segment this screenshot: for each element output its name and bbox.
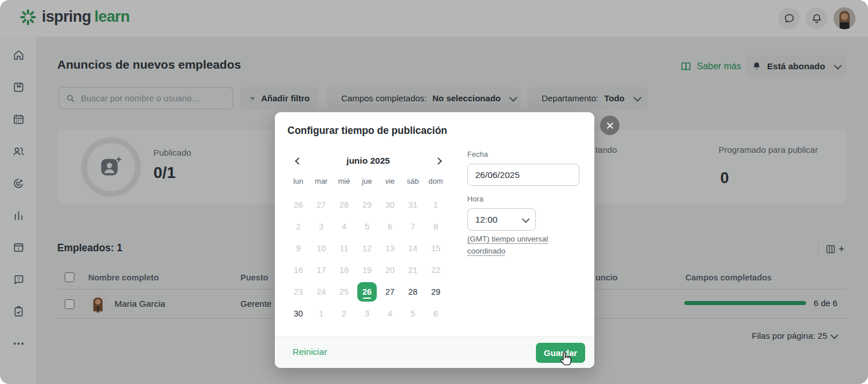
- calendar-day[interactable]: 22: [424, 259, 447, 281]
- date-input[interactable]: [467, 164, 579, 186]
- calendar-day[interactable]: 11: [333, 237, 356, 259]
- calendar-day[interactable]: 8: [424, 216, 447, 237]
- chevron-down-icon: [522, 215, 530, 223]
- calendar-weekdays: lunmarmiéjueviesábdom: [287, 173, 447, 189]
- date-field-label: Fecha: [467, 150, 488, 159]
- modal-close-button[interactable]: [600, 116, 620, 135]
- calendar-day[interactable]: 7: [401, 216, 424, 237]
- calendar-next-month-button[interactable]: [432, 155, 444, 167]
- calendar-day[interactable]: 5: [401, 303, 424, 324]
- close-icon: [606, 121, 614, 130]
- calendar-day[interactable]: 21: [401, 259, 424, 281]
- calendar-day[interactable]: 3: [310, 216, 333, 237]
- calendar-day[interactable]: 14: [401, 237, 424, 259]
- calendar-day[interactable]: 16: [287, 259, 310, 281]
- modal-footer: Reiniciar Guardar: [275, 337, 594, 368]
- calendar-day[interactable]: 1: [310, 303, 333, 324]
- calendar-day[interactable]: 29: [424, 281, 447, 303]
- calendar-day[interactable]: 6: [378, 216, 401, 237]
- calendar-day[interactable]: 4: [378, 303, 401, 324]
- calendar-day[interactable]: 28: [401, 281, 424, 303]
- selected-day-underline: [363, 298, 371, 299]
- calendar-day[interactable]: 29: [356, 194, 378, 216]
- calendar-day[interactable]: 9: [287, 237, 310, 259]
- time-select[interactable]: 12:00: [467, 208, 536, 231]
- app-window: ispring learn: [0, 0, 868, 384]
- weekday-label: mié: [333, 173, 356, 189]
- calendar-day[interactable]: 2: [287, 216, 310, 237]
- calendar-day[interactable]: 31: [401, 194, 424, 216]
- calendar-day[interactable]: 5: [356, 216, 378, 237]
- time-field-label: Hora: [467, 195, 483, 203]
- modal-title: Configurar tiempo de publicación: [287, 125, 447, 137]
- timezone-link[interactable]: (GMT) tiempo universal coordinado: [467, 233, 550, 258]
- calendar-day[interactable]: 15: [424, 237, 447, 259]
- calendar-day[interactable]: 3: [356, 303, 378, 324]
- chevron-right-icon: [435, 157, 442, 165]
- weekday-label: dom: [424, 173, 447, 189]
- weekday-label: sáb: [401, 173, 424, 189]
- calendar-month-label: junio 2025: [298, 156, 439, 166]
- save-button[interactable]: Guardar: [536, 343, 585, 363]
- calendar-day[interactable]: 30: [378, 194, 401, 216]
- calendar-day[interactable]: 26: [356, 281, 378, 303]
- publish-time-modal: Configurar tiempo de publicación junio 2…: [275, 112, 594, 368]
- calendar-day[interactable]: 28: [333, 194, 356, 216]
- calendar-day[interactable]: 27: [310, 194, 333, 216]
- calendar-day[interactable]: 24: [310, 281, 333, 303]
- weekday-label: vie: [378, 173, 401, 189]
- calendar-day[interactable]: 18: [333, 259, 356, 281]
- calendar-day[interactable]: 13: [378, 237, 401, 259]
- calendar-day[interactable]: 10: [310, 237, 333, 259]
- calendar-day[interactable]: 25: [333, 281, 356, 303]
- calendar-day[interactable]: 26: [287, 194, 310, 216]
- reset-link[interactable]: Reiniciar: [293, 347, 327, 357]
- weekday-label: mar: [310, 173, 333, 189]
- calendar-day[interactable]: 1: [424, 194, 447, 216]
- calendar-day[interactable]: 12: [356, 237, 378, 259]
- time-select-value: 12:00: [475, 215, 498, 225]
- calendar-day[interactable]: 19: [356, 259, 378, 281]
- calendar-day[interactable]: 4: [333, 216, 356, 237]
- calendar-day[interactable]: 27: [378, 281, 401, 303]
- weekday-label: jue: [356, 173, 378, 189]
- calendar-day[interactable]: 23: [287, 281, 310, 303]
- calendar-day[interactable]: 2: [333, 303, 356, 324]
- calendar-grid: 2627282930311234567891011121314151617181…: [287, 194, 447, 324]
- calendar-day[interactable]: 30: [287, 303, 310, 324]
- calendar-day[interactable]: 6: [424, 303, 447, 324]
- calendar-day[interactable]: 17: [310, 259, 333, 281]
- weekday-label: lun: [287, 173, 310, 189]
- calendar-day[interactable]: 20: [378, 259, 401, 281]
